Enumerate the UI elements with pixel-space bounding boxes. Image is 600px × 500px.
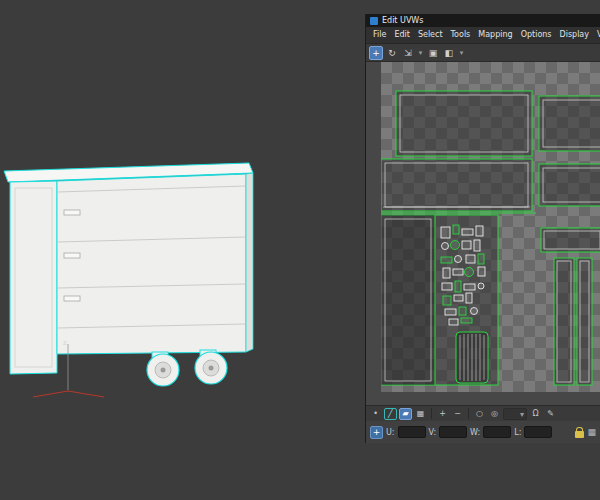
uv-island-cylinder[interactable] xyxy=(456,332,488,383)
drawer-handle xyxy=(64,253,80,258)
menu-mapping[interactable]: Mapping xyxy=(474,27,516,43)
l-label: L: xyxy=(514,428,521,437)
l-coordinate-input[interactable] xyxy=(524,426,552,438)
menu-view[interactable]: View xyxy=(593,27,600,43)
grow-selection-icon[interactable]: + xyxy=(436,408,449,420)
mirror-flyout-arrow-icon[interactable]: ▾ xyxy=(458,46,465,60)
snap-magnet-icon[interactable]: Ω xyxy=(529,408,542,420)
coordinate-statusbar: + U: V: W: L: ▦ xyxy=(366,421,600,443)
menu-display[interactable]: Display xyxy=(556,27,594,43)
polygon-mode-icon[interactable]: ▰ xyxy=(399,408,412,420)
rotate-tool-icon[interactable]: ↻ xyxy=(385,46,399,60)
menu-select[interactable]: Select xyxy=(414,27,447,43)
uv-island xyxy=(539,164,600,206)
screenshot-root: z Edit UVWs File Edit Select Tools Mappi… xyxy=(0,0,600,500)
mirror-tool-icon[interactable]: ◧ xyxy=(442,46,456,60)
shrink-selection-icon[interactable]: − xyxy=(451,408,464,420)
scale-tool-icon[interactable]: ⇲ xyxy=(401,46,415,60)
viewport-3d[interactable]: z xyxy=(0,0,365,500)
edit-uvws-app-icon xyxy=(370,17,378,25)
uv-island xyxy=(381,159,532,211)
menu-tools[interactable]: Tools xyxy=(447,27,475,43)
element-mode-icon[interactable]: ▦ xyxy=(414,408,427,420)
window-titlebar[interactable]: Edit UVWs xyxy=(366,14,600,27)
absolute-mode-icon[interactable]: + xyxy=(370,426,383,439)
caster-wheel xyxy=(147,354,179,386)
u-label: U: xyxy=(386,428,395,437)
vertex-mode-icon[interactable]: • xyxy=(369,408,382,420)
uv-island xyxy=(396,91,532,156)
drawer-handle xyxy=(64,210,80,215)
edge-mode-icon[interactable]: ╱ xyxy=(384,408,397,420)
move-tool-icon[interactable]: + xyxy=(369,46,383,60)
grid-toggle-icon[interactable]: ▦ xyxy=(587,426,596,439)
uv-islands[interactable] xyxy=(381,62,600,405)
menu-edit[interactable]: Edit xyxy=(390,27,414,43)
drawer-handle xyxy=(64,296,80,301)
scale-flyout-arrow-icon[interactable]: ▾ xyxy=(417,46,424,60)
loop-selection-icon[interactable]: ○ xyxy=(473,408,486,420)
v-label: V: xyxy=(429,428,437,437)
lock-icon[interactable] xyxy=(575,431,584,438)
select-by-dropdown[interactable]: ▾ xyxy=(503,408,527,420)
window-title: Edit UVWs xyxy=(382,14,423,27)
selection-toolbar: • ╱ ▰ ▦ + − ○ ◎ ▾ Ω ✎ xyxy=(366,405,600,421)
ring-selection-icon[interactable]: ◎ xyxy=(488,408,501,420)
menubar: File Edit Select Tools Mapping Options D… xyxy=(366,27,600,44)
menu-options[interactable]: Options xyxy=(517,27,556,43)
uv-island xyxy=(577,258,592,385)
cabinet-model[interactable] xyxy=(4,163,253,386)
uv-canvas[interactable] xyxy=(366,62,600,405)
transform-toolbar: + ↻ ⇲ ▾ ▣ ◧ ▾ xyxy=(366,44,600,62)
uv-island xyxy=(539,96,600,151)
w-coordinate-input[interactable] xyxy=(483,426,511,438)
paint-select-icon[interactable]: ✎ xyxy=(544,408,557,420)
separator xyxy=(468,408,469,419)
caster-wheel xyxy=(195,352,227,384)
uv-island xyxy=(541,228,600,252)
v-coordinate-input[interactable] xyxy=(439,426,467,438)
z-axis-label: z xyxy=(63,339,67,347)
menu-file[interactable]: File xyxy=(369,27,390,43)
u-coordinate-input[interactable] xyxy=(398,426,426,438)
red-dimension-line xyxy=(33,391,104,397)
separator xyxy=(431,408,432,419)
w-label: W: xyxy=(470,428,480,437)
freeform-mode-icon[interactable]: ▣ xyxy=(426,46,440,60)
edit-uvws-window: Edit UVWs File Edit Select Tools Mapping… xyxy=(365,14,600,443)
